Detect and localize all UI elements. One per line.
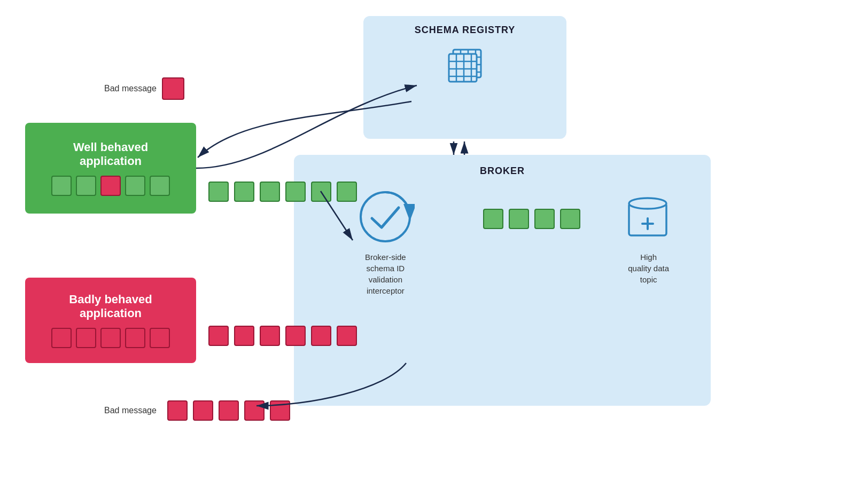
svg-point-16 <box>629 198 666 209</box>
schema-registry-title: SCHEMA REGISTRY <box>415 25 516 36</box>
bad-msg-bottom-2 <box>193 400 213 421</box>
floating-messages-well <box>208 182 357 202</box>
broker-title: BROKER <box>310 166 695 177</box>
bad-message-top-square <box>162 77 184 100</box>
float-bad-msg-5 <box>311 326 331 346</box>
schema-registry-box: SCHEMA REGISTRY <box>363 16 566 139</box>
broker-storage-section: Highquality datatopic <box>625 193 673 285</box>
floating-messages-badly <box>208 326 357 346</box>
well-msg-1 <box>51 176 72 196</box>
bad-msg-2 <box>76 328 96 348</box>
svg-rect-7 <box>449 54 477 82</box>
storage-icon <box>625 193 673 246</box>
well-behaved-title: Well behavedapplication <box>73 140 148 169</box>
bad-message-bottom-row: Bad message <box>104 400 290 421</box>
broker-msg-2 <box>509 209 529 229</box>
broker-msg-3 <box>534 209 555 229</box>
bad-msg-bottom-1 <box>167 400 188 421</box>
well-msg-red <box>100 176 121 196</box>
bad-msg-5 <box>150 328 170 348</box>
float-bad-msg-2 <box>234 326 254 346</box>
well-behaved-app-box: Well behavedapplication <box>25 123 196 214</box>
float-well-msg-5 <box>311 182 331 202</box>
float-bad-msg-3 <box>260 326 280 346</box>
float-bad-msg-4 <box>285 326 306 346</box>
float-well-msg-4 <box>285 182 306 202</box>
bad-msg-1 <box>51 328 72 348</box>
float-bad-msg-1 <box>208 326 229 346</box>
bad-msg-4 <box>125 328 145 348</box>
float-well-msg-1 <box>208 182 229 202</box>
validation-icon <box>356 187 415 246</box>
broker-messages-section <box>483 193 580 229</box>
bad-message-top-row: Bad message <box>104 77 184 100</box>
broker-check-label: Broker-sideschema IDvalidationintercepto… <box>365 251 406 296</box>
broker-msg-4 <box>560 209 580 229</box>
well-msg-4 <box>150 176 170 196</box>
bad-msg-bottom-5 <box>270 400 290 421</box>
well-msg-3 <box>125 176 145 196</box>
float-well-msg-6 <box>337 182 357 202</box>
bad-msg-bottom-4 <box>244 400 265 421</box>
broker-msg-1 <box>483 209 503 229</box>
high-quality-label: Highquality datatopic <box>628 251 669 285</box>
bad-msg-3 <box>100 328 121 348</box>
schema-registry-icon <box>444 45 486 88</box>
bad-message-bottom-label: Bad message <box>104 406 157 415</box>
bad-msg-bottom-3 <box>219 400 239 421</box>
broker-interior: Broker-sideschema IDvalidationintercepto… <box>310 187 695 296</box>
float-well-msg-3 <box>260 182 280 202</box>
diagram-container: SCHEMA REGISTRY BROKER <box>0 0 855 504</box>
float-bad-msg-6 <box>337 326 357 346</box>
broker-check-section: Broker-sideschema IDvalidationintercepto… <box>332 187 439 296</box>
badly-behaved-messages <box>51 328 170 348</box>
well-behaved-messages <box>51 176 170 196</box>
well-msg-2 <box>76 176 96 196</box>
badly-behaved-app-box: Badly behavedapplication <box>25 278 196 363</box>
bad-message-top-label: Bad message <box>104 84 157 93</box>
float-well-msg-2 <box>234 182 254 202</box>
badly-behaved-title: Badly behavedapplication <box>69 293 152 321</box>
